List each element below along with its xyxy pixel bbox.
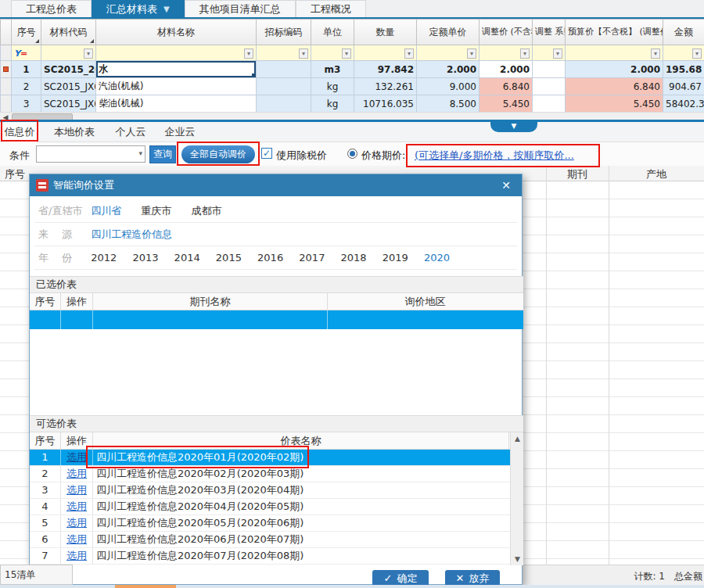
cell-seq[interactable]: 3 bbox=[12, 95, 41, 113]
filter-cell-bid[interactable]: ▾ bbox=[257, 45, 311, 61]
cell-amount[interactable]: 904.67 bbox=[663, 78, 704, 95]
select-use-link[interactable]: 选用 bbox=[61, 466, 93, 482]
filter-cell-coef[interactable]: ▾ bbox=[533, 45, 566, 61]
cell-amount[interactable]: 58402.39 bbox=[663, 95, 704, 113]
col-header-base-price[interactable]: 定额单价 bbox=[417, 20, 480, 45]
dropdown-icon[interactable]: ▾ bbox=[299, 48, 308, 59]
price-list-row[interactable]: 3 选用 四川工程造价信息2020年03月(2020年04期) bbox=[30, 482, 510, 499]
col-header-amount[interactable]: 金额 bbox=[663, 20, 704, 45]
year-2013[interactable]: 2013 bbox=[132, 246, 158, 270]
cell-seq[interactable]: 1 bbox=[12, 61, 41, 78]
cell-bid[interactable] bbox=[257, 95, 311, 113]
year-2014[interactable]: 2014 bbox=[174, 246, 200, 270]
cell-base-price[interactable]: 9.000 bbox=[417, 78, 480, 95]
cell-adjust-coef[interactable] bbox=[533, 61, 566, 78]
province-chengdu[interactable]: 成都市 bbox=[191, 199, 221, 223]
cell-code[interactable]: SC2015_JX00 bbox=[41, 78, 96, 95]
tax-excluded-checkbox[interactable]: ✓ bbox=[261, 148, 272, 159]
cell-budget-price[interactable]: 5.450 bbox=[566, 95, 663, 113]
cell-adjust-coef[interactable] bbox=[533, 78, 566, 95]
dropdown-icon[interactable]: ▾ bbox=[520, 48, 530, 59]
province-sichuan[interactable]: 四川省 bbox=[91, 199, 121, 223]
col-header-seq[interactable]: 序号 bbox=[12, 20, 41, 45]
col-header-name[interactable]: 材料名称 bbox=[96, 20, 257, 45]
select-use-link[interactable]: 选用 bbox=[61, 515, 93, 531]
tab-personal-cloud[interactable]: 个人云 bbox=[112, 122, 149, 142]
dropdown-icon[interactable]: ▾ bbox=[467, 48, 476, 59]
cell-bid[interactable] bbox=[257, 61, 311, 78]
cell-qty[interactable]: 97.842 bbox=[354, 61, 417, 78]
tab-project-total-price[interactable]: 工程总价表 bbox=[11, 0, 92, 17]
year-2012[interactable]: 2012 bbox=[91, 246, 117, 270]
cell-name[interactable]: 柴油(机械) bbox=[96, 95, 257, 113]
col-header-code[interactable]: 材料代码 bbox=[41, 20, 96, 45]
year-2019[interactable]: 2019 bbox=[383, 246, 408, 270]
dropdown-icon[interactable]: ▾ bbox=[553, 48, 562, 59]
dialog-titlebar[interactable]: 智能询价设置 ✕ bbox=[30, 174, 522, 196]
select-use-link[interactable]: 选用 bbox=[61, 482, 93, 498]
filter-cell-qty[interactable]: ▾ bbox=[354, 45, 417, 61]
col-header-adjust-coef[interactable]: 调整 系数 bbox=[533, 20, 566, 45]
dialog-vertical-scrollbar[interactable]: ▲ ▼ bbox=[510, 432, 523, 565]
cell-bid[interactable] bbox=[257, 78, 311, 95]
filter-cell-seq[interactable]: Y= bbox=[12, 45, 41, 61]
year-2016[interactable]: 2016 bbox=[257, 246, 283, 270]
cell-adjusted-price[interactable]: 5.450 bbox=[480, 95, 533, 113]
col-header-unit[interactable]: 单位 bbox=[311, 20, 354, 45]
dropdown-icon[interactable]: ▾ bbox=[244, 48, 253, 59]
tab-material-summary[interactable]: 汇总材料表 ▼ bbox=[92, 0, 185, 17]
close-icon[interactable]: ✕ bbox=[498, 174, 514, 196]
cell-amount[interactable]: 195.68 bbox=[663, 61, 704, 78]
select-use-link[interactable]: 选用 bbox=[61, 499, 93, 514]
filter-cell-unit[interactable]: ▾ bbox=[311, 45, 354, 61]
select-use-link[interactable]: 选用 bbox=[61, 548, 93, 564]
filter-cell-base[interactable]: ▾ bbox=[417, 45, 480, 61]
dropdown-icon[interactable]: ▾ bbox=[692, 48, 702, 59]
dropdown-icon[interactable]: ▾ bbox=[404, 48, 414, 59]
filter-cell-amount[interactable]: ▾ bbox=[663, 45, 704, 61]
cell-unit[interactable]: kg bbox=[311, 95, 354, 113]
tab-local-price-list[interactable]: 本地价表 bbox=[48, 122, 100, 142]
condition-select[interactable]: ▾ bbox=[36, 145, 145, 163]
col-header-bid-code[interactable]: 招标编码 bbox=[257, 20, 311, 45]
year-2015[interactable]: 2015 bbox=[216, 246, 242, 270]
price-list-row[interactable]: 6 选用 四川工程造价信息2020年06月(2020年07期) bbox=[30, 532, 510, 548]
price-list-row[interactable]: 7 选用 四川工程造价信息2020年07月(2020年08期) bbox=[30, 548, 510, 565]
price-list-row[interactable]: 5 选用 四川工程造价信息2020年05月(2020年06期) bbox=[30, 515, 510, 532]
selected-empty-row[interactable] bbox=[30, 310, 523, 329]
cell-name[interactable]: 汽油(机械) bbox=[96, 78, 257, 95]
cell-adjust-coef[interactable] bbox=[533, 95, 566, 113]
select-use-link[interactable]: 选用 bbox=[61, 532, 93, 547]
cell-budget-price[interactable]: 6.840 bbox=[566, 78, 663, 95]
tab-enterprise-cloud[interactable]: 企业云 bbox=[161, 122, 199, 142]
bottom-scroll-thumb[interactable] bbox=[115, 585, 176, 588]
year-2020[interactable]: 2020 bbox=[424, 246, 450, 270]
dropdown-icon[interactable]: ▾ bbox=[651, 48, 660, 59]
dropdown-icon[interactable]: ▾ bbox=[342, 48, 351, 59]
cell-base-price[interactable]: 8.500 bbox=[417, 95, 480, 113]
year-2017[interactable]: 2017 bbox=[299, 246, 325, 270]
col-header-quantity[interactable]: 数量 bbox=[354, 20, 417, 45]
year-2018[interactable]: 2018 bbox=[341, 246, 367, 270]
filter-cell-adj[interactable]: ▾ bbox=[480, 45, 533, 61]
query-button[interactable]: 查询 bbox=[149, 145, 176, 163]
cell-qty[interactable]: 10716.035 bbox=[354, 95, 417, 113]
cell-code[interactable]: SC2015_200 bbox=[41, 61, 96, 78]
source-value-link[interactable]: 四川工程造价信息 bbox=[91, 223, 172, 246]
cell-unit[interactable]: m3 bbox=[311, 61, 354, 78]
cell-adjusted-price[interactable]: 6.840 bbox=[480, 78, 533, 95]
cell-budget-price[interactable]: 2.000 bbox=[566, 61, 663, 78]
dropdown-icon[interactable]: ▾ bbox=[84, 48, 93, 59]
cell-base-price[interactable]: 2.000 bbox=[417, 61, 480, 78]
cell-seq[interactable]: 2 bbox=[12, 78, 41, 95]
price-list-row[interactable]: 2 选用 四川工程造价信息2020年02月(2020年03期) bbox=[30, 466, 510, 482]
province-chongqing[interactable]: 重庆市 bbox=[141, 199, 171, 223]
cell-unit[interactable]: kg bbox=[311, 78, 354, 95]
cell-name-selected[interactable]: 水 bbox=[96, 61, 257, 78]
price-list-row[interactable]: 4 选用 四川工程造价信息2020年04月(2020年05期) bbox=[30, 499, 510, 515]
scroll-up-icon[interactable]: ▲ bbox=[511, 432, 524, 445]
cell-code[interactable]: SC2015_JX00 bbox=[41, 95, 96, 113]
filter-cell-name[interactable]: ▾ bbox=[96, 45, 257, 61]
price-period-radio[interactable] bbox=[347, 149, 357, 159]
tab-other-items-summary[interactable]: 其他项目清单汇总 bbox=[185, 0, 296, 17]
